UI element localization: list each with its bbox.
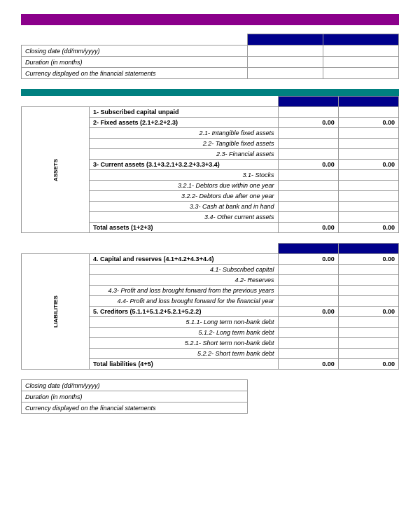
liab-row-label: 5.2.1- Short term non-bank debt (90, 338, 279, 349)
assets-year-n1-value[interactable] (338, 212, 398, 223)
liab-year-n1-value[interactable] (338, 265, 398, 275)
liabilities-table: LIABILITIES 4. Capital and reserves (4.1… (21, 243, 399, 370)
assets-year-n-value[interactable] (278, 181, 338, 191)
liab-year-n1-header (338, 244, 398, 254)
liab-row-label: 5. Creditors (5.1.1+5.1.2+5.2.1+5.2.2) (90, 307, 279, 317)
liab-row-label: 5.1.1- Long term non-bank debt (90, 317, 279, 328)
assets-row-label: 2.2- Tangible fixed assets (90, 139, 279, 149)
info-year-n-cell[interactable] (248, 46, 323, 57)
assets-year-n-value[interactable] (278, 212, 338, 223)
assets-year-n1-value[interactable] (338, 202, 398, 212)
assets-row-label: 2.1- Intangible fixed assets (90, 128, 279, 139)
assets-year-n1-value[interactable] (338, 139, 398, 149)
info-year-n1-header (323, 34, 399, 46)
liab-year-n-value[interactable] (278, 349, 338, 359)
liab-row-label: 5.1.2- Long term bank debt (90, 328, 279, 338)
assets-year-n-header (278, 97, 338, 107)
assets-year-n1-value[interactable]: 0.00 (338, 223, 398, 233)
assets-year-n-value[interactable] (278, 191, 338, 202)
assets-row-label: 3.3- Cash at bank and in hand (90, 202, 279, 212)
assets-row-label: 3.1- Stocks (90, 170, 279, 181)
info-year-n1-cell[interactable] (323, 68, 399, 79)
assets-year-n-value[interactable] (278, 170, 338, 181)
liab-row-label: 4.1- Subscribed capital (90, 265, 279, 275)
assets-year-n1-header (338, 97, 398, 107)
info-section: Closing date (dd/mm/yyyy) Duration (in m… (21, 34, 399, 79)
assets-year-n1-value[interactable] (338, 170, 398, 181)
assets-year-n-value[interactable] (278, 202, 338, 212)
assets-year-n-value[interactable]: 0.00 (278, 160, 338, 170)
assets-row-label: 3- Current assets (3.1+3.2.1+3.2.2+3.3+3… (90, 160, 279, 170)
info-year-n1-cell[interactable] (323, 57, 399, 68)
assets-row-label: 3.2.2- Debtors due after one year (90, 191, 279, 202)
liab-row-label: 4.4- Profit and loss brought forward for… (90, 296, 279, 307)
liab-year-n-value[interactable]: 0.00 (278, 307, 338, 317)
assets-year-n1-value[interactable] (338, 107, 398, 118)
bottom-info-table: Closing date (dd/mm/yyyy)Duration (in mo… (21, 379, 248, 414)
liab-year-n1-value[interactable]: 0.00 (338, 254, 398, 265)
liab-row-label: 5.2.2- Short term bank debt (90, 349, 279, 359)
liab-year-n-value[interactable]: 0.00 (278, 359, 338, 370)
liabilities-side-label: LIABILITIES (22, 254, 90, 370)
assets-year-n1-value[interactable]: 0.00 (338, 118, 398, 128)
liab-year-n-value[interactable] (278, 317, 338, 328)
bottom-info-label: Currency displayed on the financial stat… (22, 402, 248, 414)
assets-year-n1-value[interactable] (338, 191, 398, 202)
assets-side-label: ASSETS (22, 107, 90, 233)
assets-row-label: 3.4- Other current assets (90, 212, 279, 223)
liab-year-n-value[interactable] (278, 328, 338, 338)
assets-row-label: Total assets (1+2+3) (90, 223, 279, 233)
assets-row-label: 1- Subscribed capital unpaid (90, 107, 279, 118)
liab-year-n1-value[interactable] (338, 317, 398, 328)
assets-row-label: 2- Fixed assets (2.1+2.2+2.3) (90, 118, 279, 128)
assets-year-n1-value[interactable] (338, 149, 398, 160)
liab-year-n-value[interactable] (278, 275, 338, 286)
balance-sheet-title (21, 89, 399, 96)
liab-row-label: Total liabilities (4+5) (90, 359, 279, 370)
liab-year-n-value[interactable] (278, 296, 338, 307)
assets-year-n1-value[interactable] (338, 181, 398, 191)
main-title (21, 14, 399, 25)
liab-row-label: 4. Capital and reserves (4.1+4.2+4.3+4.4… (90, 254, 279, 265)
liab-year-n-value[interactable] (278, 265, 338, 275)
assets-year-n-value[interactable] (278, 128, 338, 139)
liab-year-n-value[interactable] (278, 286, 338, 296)
liab-year-n1-value[interactable] (338, 349, 398, 359)
info-label: Closing date (dd/mm/yyyy) (22, 46, 248, 57)
assets-year-n-value[interactable] (278, 107, 338, 118)
info-year-n-header (248, 34, 323, 46)
liab-year-n1-value[interactable]: 0.00 (338, 359, 398, 370)
liab-year-n1-value[interactable]: 0.00 (338, 307, 398, 317)
info-year-n-cell[interactable] (248, 68, 323, 79)
assets-row-label: 2.3- Financial assets (90, 149, 279, 160)
assets-table: ASSETS 1- Subscribed capital unpaid 2- F… (21, 96, 399, 233)
assets-year-n-value[interactable]: 0.00 (278, 223, 338, 233)
bottom-info-label: Duration (in months) (22, 391, 248, 402)
info-label: Duration (in months) (22, 57, 248, 68)
assets-year-n-value[interactable] (278, 149, 338, 160)
assets-year-n1-value[interactable]: 0.00 (338, 160, 398, 170)
assets-year-n1-value[interactable] (338, 128, 398, 139)
liab-row-label: 4.3- Profit and loss brought forward fro… (90, 286, 279, 296)
liab-year-n1-value[interactable] (338, 296, 398, 307)
bottom-info-label: Closing date (dd/mm/yyyy) (22, 380, 248, 391)
assets-year-n-value[interactable]: 0.00 (278, 118, 338, 128)
liab-year-n-value[interactable]: 0.00 (278, 254, 338, 265)
liab-year-n1-value[interactable] (338, 275, 398, 286)
liab-year-n1-value[interactable] (338, 328, 398, 338)
liab-year-n-value[interactable] (278, 338, 338, 349)
info-year-n1-cell[interactable] (323, 46, 399, 57)
liab-row-label: 4.2- Reserves (90, 275, 279, 286)
liab-year-n-header (278, 244, 338, 254)
liab-year-n1-value[interactable] (338, 286, 398, 296)
assets-year-n-value[interactable] (278, 139, 338, 149)
info-year-n-cell[interactable] (248, 57, 323, 68)
info-label: Currency displayed on the financial stat… (22, 68, 248, 79)
liab-year-n1-value[interactable] (338, 338, 398, 349)
assets-row-label: 3.2.1- Debtors due within one year (90, 181, 279, 191)
